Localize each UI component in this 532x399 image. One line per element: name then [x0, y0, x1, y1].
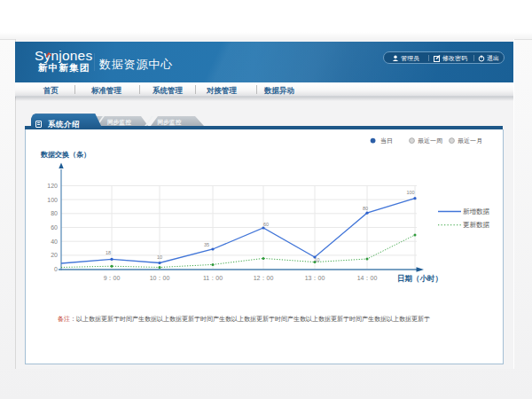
svg-text:当日: 当日: [380, 137, 393, 145]
svg-text:备注：以上数据更新于时间产生数据以上数据更新于时间产生数以上: 备注：以上数据更新于时间产生数据以上数据更新于时间产生数以上数据更新于时间产生数…: [58, 315, 430, 323]
svg-text:60: 60: [51, 224, 58, 231]
svg-text:12：00: 12：00: [254, 275, 274, 281]
svg-text:更新数据: 更新数据: [463, 221, 490, 229]
svg-text:13：00: 13：00: [305, 275, 325, 281]
svg-text:100: 100: [406, 190, 414, 195]
svg-text:10: 10: [157, 254, 162, 260]
svg-text:0: 0: [54, 266, 58, 272]
svg-text:20: 20: [51, 252, 58, 258]
svg-text:日期（小时）: 日期（小时）: [397, 274, 442, 283]
svg-text:新增数据: 新增数据: [463, 207, 490, 215]
svg-text:11：00: 11：00: [203, 275, 223, 281]
svg-text:最近一周: 最近一周: [418, 137, 442, 144]
svg-text:40: 40: [51, 239, 58, 245]
svg-text:100: 100: [47, 197, 58, 203]
svg-text:10：00: 10：00: [150, 275, 170, 281]
svg-text:14：00: 14：00: [357, 275, 378, 281]
svg-text:120: 120: [47, 183, 58, 189]
svg-text:最近一月: 最近一月: [458, 137, 482, 145]
svg-text:80: 80: [363, 206, 368, 211]
svg-text:35: 35: [204, 242, 209, 247]
svg-text:60: 60: [263, 222, 269, 227]
svg-text:18: 18: [106, 250, 111, 255]
svg-text:10: 10: [314, 257, 319, 262]
svg-text:数据交换（条）: 数据交换（条）: [40, 151, 90, 159]
svg-text:80: 80: [51, 210, 58, 216]
svg-text:9：00: 9：00: [104, 275, 121, 281]
